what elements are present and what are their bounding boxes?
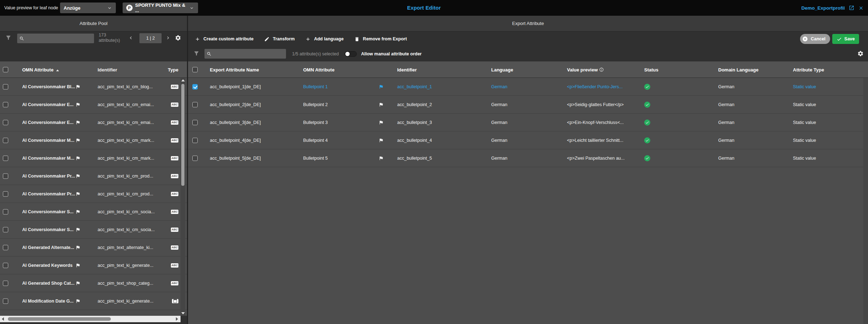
attribute-pool-row[interactable]: AI Generated Keywords acc_pim_text_ki_ge…: [0, 256, 187, 274]
page-indicator[interactable]: 1 | 2: [139, 33, 162, 43]
scrollbar-thumb[interactable]: [181, 84, 184, 186]
row-checkbox[interactable]: [3, 280, 8, 286]
close-icon[interactable]: [858, 5, 864, 11]
column-type[interactable]: Type: [168, 67, 178, 72]
manual-order-toggle[interactable]: [345, 51, 357, 57]
search-input[interactable]: [213, 51, 284, 56]
export-attribute-row[interactable]: acc_bulletpoint_4[de_DE] Bulletpoint 4 a…: [188, 131, 868, 149]
scroll-left-icon[interactable]: [2, 317, 4, 321]
filter-icon[interactable]: [5, 35, 11, 41]
add-language-button[interactable]: Add language: [305, 36, 344, 42]
row-checkbox[interactable]: [3, 298, 8, 304]
column-status[interactable]: Status: [644, 67, 659, 72]
horizontal-scrollbar[interactable]: [0, 316, 181, 322]
row-checkbox[interactable]: [192, 155, 198, 161]
row-checkbox[interactable]: [192, 138, 198, 143]
row-checkbox[interactable]: [3, 191, 8, 196]
column-language[interactable]: Language: [491, 67, 513, 72]
select-all-checkbox[interactable]: [3, 67, 8, 72]
attribute-pool-table: AI Conversionmaker Bl... acc_pim_text_ki…: [0, 78, 187, 316]
scroll-up-icon[interactable]: [181, 79, 185, 81]
search-icon: [207, 51, 212, 56]
transform-button[interactable]: Transform: [264, 36, 295, 42]
export-attribute-name: acc_bulletpoint_4[de_DE]: [210, 138, 261, 143]
page-next-icon[interactable]: [165, 35, 171, 41]
attribute-pool-row[interactable]: AI Generated Shop Cat... acc_pim_text_sh…: [0, 274, 187, 292]
attribute-pool-row[interactable]: AI Conversionmaker E... acc_pim_text_ki_…: [0, 96, 187, 114]
attribute-pool-row[interactable]: AI Conversionmaker Pr... acc_pim_text_ki…: [0, 185, 187, 203]
column-export-attribute-name[interactable]: Export Attribute Name: [210, 67, 259, 72]
export-attribute-row[interactable]: acc_bulletpoint_3[de_DE] Bulletpoint 3 a…: [188, 114, 868, 131]
row-checkbox[interactable]: [3, 155, 8, 161]
attribute-pool-search[interactable]: [17, 34, 94, 43]
row-checkbox[interactable]: [3, 173, 8, 179]
omn-attribute-name: AI Conversionmaker S...: [22, 209, 74, 214]
cancel-button[interactable]: Cancel: [800, 34, 830, 44]
product-dropdown-value: SPORTY PUNTO Mix & ...: [135, 3, 189, 13]
scrollbar-thumb[interactable]: [8, 317, 111, 321]
attribute-pool-row[interactable]: AI Conversionmaker S... acc_pim_text_ki_…: [0, 221, 187, 239]
row-checkbox[interactable]: [3, 84, 8, 89]
product-badge-icon: P: [126, 5, 133, 11]
omn-attribute-name: AI Conversionmaker Pr...: [22, 191, 75, 196]
export-search[interactable]: [204, 49, 286, 59]
create-custom-attribute-button[interactable]: Create custom attribute: [195, 36, 253, 42]
status-ok-icon: [644, 101, 650, 108]
attribute-pool-row[interactable]: AI Span Generated Alt... acc_pim_text_al…: [0, 310, 187, 316]
gear-icon[interactable]: [857, 50, 864, 57]
row-checkbox[interactable]: [3, 138, 8, 143]
attribute-identifier: acc_bulletpoint_4: [397, 138, 432, 143]
attribute-pool-row[interactable]: AI Generated Alternate... acc_pim_text_a…: [0, 239, 187, 256]
column-attribute-type[interactable]: Attribute Type: [793, 67, 824, 72]
export-attribute-row[interactable]: acc_bulletpoint_2[de_DE] Bulletpoint 2 a…: [188, 96, 868, 114]
product-dropdown[interactable]: P SPORTY PUNTO Mix & ...: [123, 3, 198, 13]
page-previous-icon[interactable]: [128, 35, 134, 41]
row-checkbox[interactable]: [192, 102, 198, 107]
attribute-pool-row[interactable]: AI Conversionmaker M... acc_pim_text_ki_…: [0, 131, 187, 149]
pencil-icon: [264, 36, 270, 42]
flag-icon: [75, 120, 80, 125]
select-all-checkbox[interactable]: [192, 67, 198, 72]
row-checkbox[interactable]: [192, 84, 198, 89]
row-checkbox[interactable]: [3, 209, 8, 214]
row-checkbox[interactable]: [3, 227, 8, 232]
save-button[interactable]: Save: [832, 34, 859, 44]
export-attribute-row[interactable]: acc_bulletpoint_1[de_DE] Bulletpoint 1 a…: [188, 78, 868, 96]
column-omn-attribute[interactable]: OMN Attribute: [22, 67, 59, 72]
vertical-scrollbar[interactable]: [181, 78, 185, 316]
filter-icon[interactable]: [193, 50, 199, 56]
row-checkbox[interactable]: [3, 120, 8, 125]
attribute-pool-row[interactable]: AI Conversionmaker Bl... acc_pim_text_ki…: [0, 78, 187, 96]
scroll-right-icon[interactable]: [176, 317, 178, 321]
row-checkbox[interactable]: [3, 245, 8, 250]
flag-icon: [379, 84, 384, 89]
attribute-pool-row[interactable]: AI Conversionmaker Pr... acc_pim_text_ki…: [0, 167, 187, 185]
export-attribute-row[interactable]: acc_bulletpoint_5[de_DE] Bulletpoint 5 a…: [188, 149, 868, 167]
column-identifier[interactable]: Identifier: [98, 67, 117, 72]
type-icon: ABC: [171, 281, 178, 285]
attribute-pool-row[interactable]: AI Conversionmaker E... acc_pim_text_ki_…: [0, 114, 187, 131]
row-checkbox[interactable]: [3, 102, 8, 107]
omn-attribute-name: AI Conversionmaker M...: [22, 138, 74, 143]
remove-from-export-button[interactable]: Remove from Export: [354, 36, 407, 42]
open-external-icon[interactable]: [849, 5, 854, 11]
column-value-preview[interactable]: Value preview: [567, 67, 604, 72]
column-domain-language[interactable]: Domain Language: [718, 67, 759, 72]
gear-icon[interactable]: [175, 35, 181, 41]
omn-attribute-name: Bulletpoint 2: [303, 102, 328, 107]
flag-icon: [75, 245, 80, 250]
info-icon[interactable]: [599, 67, 604, 72]
column-identifier[interactable]: Identifier: [397, 67, 417, 72]
search-input[interactable]: [26, 36, 92, 41]
attribute-pool-row[interactable]: AI Conversionmaker S... acc_pim_text_ki_…: [0, 203, 187, 221]
row-checkbox[interactable]: [3, 263, 8, 268]
attribute-pool-row[interactable]: AI Conversionmaker M... acc_pim_text_ki_…: [0, 149, 187, 167]
column-omn-attribute[interactable]: OMN Attribute: [303, 67, 335, 72]
scroll-down-icon[interactable]: [181, 312, 185, 314]
vertical-scrollbar-track[interactable]: [863, 78, 868, 324]
row-checkbox[interactable]: [192, 120, 198, 125]
attribute-identifier: acc_pim_text_ki_cm_mark...: [98, 138, 154, 143]
leaf-node-dropdown[interactable]: Anzüge: [60, 3, 116, 13]
attribute-pool-row[interactable]: AI Modification Date G... acc_pim_text_k…: [0, 292, 187, 310]
flag-icon: [75, 84, 80, 89]
